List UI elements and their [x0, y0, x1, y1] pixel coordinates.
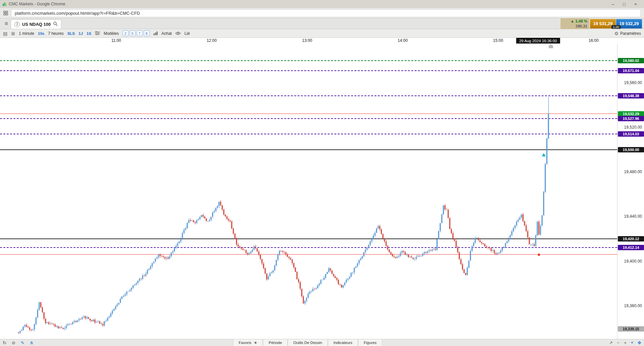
event-marker-icon[interactable] [542, 153, 546, 156]
y-axis-tick: 19,400.00 [624, 259, 642, 264]
maximize-button[interactable]: □ [619, 2, 630, 7]
preset-chip-8[interactable]: 8 [144, 30, 150, 36]
menu-icon[interactable]: ≡ [2, 20, 11, 27]
indicateurs-button[interactable]: Indicateurs [328, 339, 358, 346]
url-text: platform.cmcmarkets.com/popout.html#/app… [15, 11, 140, 16]
sell-buy-group: 19 531,29 19 532,29 1,00 [590, 19, 642, 28]
bottom-toolbar: ↻ ⊘ ✎ ⋔ Favoris ★ Période Outils De Dess… [0, 339, 644, 346]
branch-icon[interactable]: ⋔ [30, 340, 34, 345]
order-marker-dot[interactable] [538, 254, 540, 256]
figures-button[interactable]: Figures [358, 339, 382, 346]
price-level-label: 19,571.04 [618, 68, 644, 73]
price-level-label: 19,514.03 [618, 131, 644, 137]
refresh-icon[interactable]: ↻ [3, 340, 6, 345]
star-icon[interactable]: ★ [254, 340, 257, 345]
tab-groups-icon[interactable] [3, 11, 8, 15]
favoris-label: Favoris [239, 341, 251, 345]
preset-chip-5[interactable]: 5 [130, 30, 135, 36]
price-level-label: 19,548.38 [618, 93, 644, 98]
lie-button[interactable]: Lié [184, 31, 190, 36]
search-icon[interactable] [53, 21, 58, 27]
price-level-label: 19,500.00 [618, 147, 644, 152]
cmc-favicon-icon [3, 2, 6, 6]
x-axis-tick: 14:00 [398, 38, 408, 43]
interval-10s-button[interactable]: 10s [38, 31, 44, 36]
price-axis[interactable]: 19,560.0019,520.0019,480.0019,440.0019,4… [617, 44, 644, 339]
unit-sls-button[interactable]: SLS [67, 31, 75, 36]
figures-label: Figures [364, 341, 376, 345]
time-cursor-label: 29 Aug 2024 16:36:00 [516, 38, 560, 44]
export-icon[interactable]: ↗ [609, 340, 613, 345]
y-axis-tick: 19,360.00 [624, 303, 642, 308]
outils-label: Outils De Dessin [293, 341, 322, 345]
x-axis-tick: 15:00 [493, 38, 503, 43]
zoom-in-icon[interactable]: + [624, 340, 627, 345]
preset-chip-2[interactable]: 2 [123, 30, 128, 36]
x-axis-tick: 13:00 [302, 38, 312, 43]
close-button[interactable]: × [630, 2, 641, 7]
change-box: ▲ 1,48 % 286,31 [561, 18, 589, 29]
gear-icon: ⚙ [614, 31, 619, 36]
achat-button[interactable]: Achat [162, 31, 172, 36]
bottom-menu-group: Favoris ★ Période Outils De Dessin Indic… [233, 339, 382, 346]
chart-zoom-icons: ↗ − + ⌖ ✥ [609, 339, 641, 346]
move-icon[interactable]: ✥ [638, 340, 641, 345]
instrument-tab[interactable]: 2 US NDAQ 100 [11, 19, 61, 29]
y-axis-tick: 19,520.00 [624, 125, 642, 130]
window-title: CMC Markets - Google Chrome [9, 2, 65, 6]
time-axis[interactable]: 11:0012:0013:0014:0015:0016:0029 Aug 202… [0, 38, 644, 44]
interval-selector[interactable]: 1 minute [19, 31, 34, 36]
zoom-out-icon[interactable]: − [617, 340, 620, 345]
spread-value: 1,00 [611, 25, 621, 29]
chart-area: 19,560.0019,520.0019,480.0019,440.0019,4… [0, 44, 644, 339]
preset-chip-7[interactable]: 7 [137, 30, 142, 36]
y-axis-tick: 19,560.00 [624, 80, 642, 85]
indicateurs-label: Indicateurs [334, 341, 352, 345]
eye-icon [175, 31, 181, 36]
sliders-icon [95, 31, 100, 36]
price-level-label: 19,412.14 [618, 245, 644, 250]
settings-button[interactable]: ⚙ Paramètres [614, 31, 641, 36]
favoris-button[interactable]: Favoris ★ [233, 339, 263, 346]
browser-urlbar: platform.cmcmarkets.com/popout.html#/app… [0, 8, 644, 18]
candlestick-canvas[interactable] [0, 44, 617, 339]
browser-window: CMC Markets - Google Chrome – □ × platfo… [0, 0, 644, 346]
drawing-quick-icons: ↻ ⊘ ✎ ⋔ [0, 340, 34, 345]
y-axis-tick: 19,440.00 [624, 214, 642, 219]
tab-count-badge: 2 [14, 22, 20, 27]
pencil-icon[interactable]: ✎ [21, 340, 24, 345]
bar-chart-icon [153, 31, 158, 36]
x-axis-tick: 12:00 [207, 38, 217, 43]
price-level-label: 19,580.02 [618, 58, 644, 63]
settings-label: Paramètres [620, 31, 641, 36]
x-axis-tick: 16:00 [589, 38, 599, 43]
preset-chip-group: 2 5 7 8 [123, 30, 150, 36]
change-percent: ▲ 1,48 % [563, 19, 587, 24]
unit-1s-button[interactable]: 1S [86, 31, 91, 36]
clear-icon[interactable]: ⊘ [12, 340, 15, 345]
periode-button[interactable]: Période [263, 339, 288, 346]
models-button[interactable]: Modèles [104, 31, 119, 36]
x-axis-tick: 11:00 [111, 38, 121, 43]
window-titlebar: CMC Markets - Google Chrome – □ × [0, 0, 644, 8]
address-bar[interactable]: platform.cmcmarkets.com/popout.html#/app… [11, 9, 641, 17]
crosshair-icon[interactable]: ⌖ [631, 340, 633, 345]
price-level-label: 19,339.15 [618, 326, 644, 332]
y-axis-tick: 19,480.00 [624, 169, 642, 174]
minimize-button[interactable]: – [607, 2, 619, 7]
price-level-label: 19,420.12 [618, 236, 644, 241]
duration-selector[interactable]: 7 heures [48, 31, 64, 36]
chart-toolbar: ▤ ⊞ 1 minute 10s 7 heures SLS 1J 1S Modè… [0, 29, 644, 38]
instrument-tab-row: ≡ 2 US NDAQ 100 ▲ 1,48 % 286,31 19 531,2… [0, 18, 644, 29]
instrument-name: US NDAQ 100 [22, 22, 51, 27]
layout-grid-icon[interactable]: ⊞ [11, 31, 15, 36]
order-ticket-icon[interactable]: ▤ [3, 31, 7, 36]
unit-1j-button[interactable]: 1J [78, 31, 83, 36]
change-absolute: 286,31 [563, 24, 587, 29]
periode-label: Période [269, 341, 282, 345]
outils-de-dessin-button[interactable]: Outils De Dessin [288, 339, 328, 346]
price-level-label: 19,527.96 [618, 116, 644, 121]
